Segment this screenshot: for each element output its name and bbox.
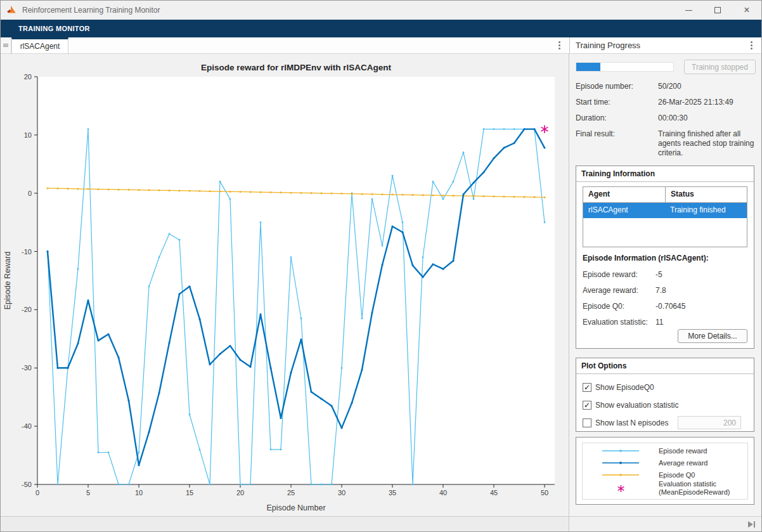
training-progress-title: Training Progress <box>570 41 640 50</box>
average-reward-row: Average reward: 7.8 <box>583 286 749 295</box>
legend-episode-reward: Episode reward <box>583 446 747 455</box>
legend-episode-q0-label: Episode Q0 <box>659 471 695 479</box>
episode-reward-chart[interactable]: 05101520253035404550-50-40-30-20-1001020… <box>1 54 569 516</box>
svg-text:-20: -20 <box>22 306 32 313</box>
svg-text:40: 40 <box>439 489 447 496</box>
skip-to-end-icon[interactable] <box>747 521 756 528</box>
close-button[interactable]: × <box>732 1 761 20</box>
svg-text:-50: -50 <box>22 481 32 488</box>
average-reward-value: 7.8 <box>655 286 666 295</box>
minimize-icon <box>685 10 692 11</box>
doc-tab-label: rlSACAgent <box>20 42 60 51</box>
svg-text:5: 5 <box>86 489 90 496</box>
svg-text:-10: -10 <box>22 248 32 256</box>
svg-text:30: 30 <box>338 489 345 496</box>
plot-options-title: Plot Options <box>576 358 754 374</box>
training-stopped-button[interactable]: Training stopped <box>684 60 756 74</box>
show-episodeq0-option[interactable]: ✓ Show EpisodeQ0 <box>583 382 654 393</box>
start-time-value: 26-Mar-2025 21:13:49 <box>658 98 754 107</box>
show-episodeq0-checkbox[interactable]: ✓ <box>583 383 591 392</box>
show-evaluation-statistic-label: Show evaluation statistic <box>595 401 678 410</box>
legend-average-reward: Average reward <box>583 458 747 467</box>
evaluation-statistic-label: Evaluation statistic: <box>583 318 655 327</box>
svg-text:45: 45 <box>490 489 498 496</box>
status-column-header: Status <box>665 187 747 202</box>
agent-status-table[interactable]: Agent Status rlSACAgent Training finishe… <box>583 186 747 247</box>
svg-text:20: 20 <box>24 73 32 81</box>
status-cell: Training finished <box>665 203 747 218</box>
matlab-logo-icon <box>6 5 16 15</box>
legend-average-reward-label: Average reward <box>659 459 707 467</box>
legend-episode-q0: Episode Q0 <box>583 470 747 479</box>
legend-evaluation-statistic: Evaluation statistic (MeanEpisodeReward) <box>583 484 747 493</box>
svg-text:-30: -30 <box>22 364 32 372</box>
evaluation-statistic-marker-icon <box>617 484 625 493</box>
svg-text:35: 35 <box>389 489 396 496</box>
show-evaluation-statistic-option[interactable]: ✓ Show evaluation statistic <box>583 400 678 410</box>
table-header-row: Agent Status <box>583 187 747 203</box>
evaluation-statistic-value: 11 <box>655 318 663 327</box>
training-progress-menu[interactable] <box>744 41 759 49</box>
status-bar-right <box>569 517 761 531</box>
maximize-button[interactable] <box>703 1 732 20</box>
tab-row: rlSACAgent Training Progress <box>1 37 761 54</box>
episode-q0-swatch-icon <box>602 472 639 478</box>
final-result-label: Final result: <box>576 129 658 158</box>
show-last-n-episodes-checkbox[interactable]: ✓ <box>583 418 591 427</box>
status-bar-left <box>1 517 569 531</box>
window-title: Reinforcement Learning Training Monitor <box>22 6 160 15</box>
legend-evaluation-statistic-label: Evaluation statistic (MeanEpisodeReward) <box>659 480 730 496</box>
tab-rlsacagent[interactable]: rlSACAgent <box>11 37 68 53</box>
duration-row: Duration: 00:00:30 <box>576 114 754 123</box>
tab-training-monitor[interactable]: TRAINING MONITOR <box>1 25 90 32</box>
grip-icon <box>3 43 8 48</box>
svg-text:50: 50 <box>541 489 548 496</box>
legend-panel: Episode reward Average reward Episode Q0… <box>576 437 754 505</box>
svg-text:25: 25 <box>287 489 295 496</box>
agent-cell: rlSACAgent <box>583 203 665 218</box>
training-progress-bar <box>576 62 674 72</box>
show-last-n-episodes-option[interactable]: ✓ Show last N episodes <box>583 418 749 428</box>
average-reward-swatch-icon <box>602 460 639 466</box>
svg-text:10: 10 <box>135 489 143 496</box>
show-last-n-episodes-label: Show last N episodes <box>595 418 668 427</box>
table-row[interactable]: rlSACAgent Training finished <box>583 203 747 218</box>
last-n-episodes-input[interactable] <box>678 416 741 429</box>
svg-text:Episode Number: Episode Number <box>266 503 325 512</box>
average-reward-label: Average reward: <box>583 286 655 295</box>
training-progress-panel: Training stopped Episode number: 50/200 … <box>569 54 761 516</box>
show-evaluation-statistic-checkbox[interactable]: ✓ <box>583 401 591 410</box>
episode-reward-value: -5 <box>655 270 662 279</box>
episode-q0-value: -0.70645 <box>655 302 685 311</box>
final-result-row: Final result: Training finished after al… <box>576 129 754 158</box>
close-icon: × <box>744 5 749 15</box>
training-information-title: Training Information <box>576 166 754 182</box>
svg-text:-40: -40 <box>22 422 32 430</box>
svg-text:Episode reward for rlMDPEnv wi: Episode reward for rlMDPEnv with rlSACAg… <box>201 63 392 72</box>
svg-text:Episode Reward: Episode Reward <box>3 252 12 310</box>
minimize-button[interactable] <box>674 1 703 20</box>
start-time-label: Start time: <box>576 98 658 107</box>
training-progress-header: Training Progress <box>570 37 761 54</box>
progress-fill <box>576 63 600 71</box>
show-episodeq0-label: Show EpisodeQ0 <box>595 383 654 392</box>
episode-information-title: Episode Information (rlSACAgent): <box>583 254 709 263</box>
document-grip-button[interactable] <box>1 37 11 53</box>
title-bar: Reinforcement Learning Training Monitor … <box>1 1 761 20</box>
more-details-button[interactable]: More Details... <box>678 329 747 343</box>
chart-legend: Episode reward Average reward Episode Q0… <box>582 443 748 500</box>
agent-column-header: Agent <box>583 187 665 202</box>
plot-options-panel: Plot Options ✓ Show EpisodeQ0 ✓ Show eva… <box>576 358 754 432</box>
episode-reward-row: Episode reward: -5 <box>583 270 749 279</box>
start-time-row: Start time: 26-Mar-2025 21:13:49 <box>576 98 754 107</box>
document-actions-menu[interactable] <box>552 37 567 53</box>
episode-number-label: Episode number: <box>576 82 658 91</box>
legend-episode-reward-label: Episode reward <box>659 447 707 455</box>
svg-text:0: 0 <box>28 190 32 197</box>
evaluation-statistic-row: Evaluation statistic: 11 <box>583 318 749 327</box>
episode-q0-row: Episode Q0: -0.70645 <box>583 302 749 311</box>
episode-q0-label: Episode Q0: <box>583 302 655 311</box>
duration-value: 00:00:30 <box>658 114 754 123</box>
app-window: Reinforcement Learning Training Monitor … <box>0 0 762 532</box>
maximize-icon <box>714 7 721 13</box>
